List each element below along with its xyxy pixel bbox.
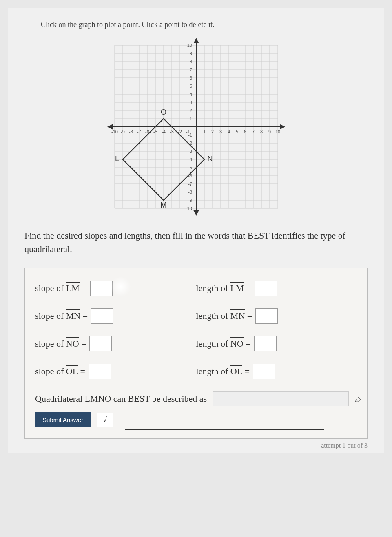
footer-divider [125, 429, 324, 430]
svg-text:-9: -9 [188, 198, 192, 203]
quad-label: Quadrilateral LMNO can BEST be described… [35, 393, 207, 404]
svg-text:-4: -4 [188, 157, 192, 162]
svg-text:4: 4 [189, 92, 192, 97]
graph-container: -10-9-8-7-6-5-4-3-2-1 12345678910 109876… [24, 37, 368, 217]
axes [108, 39, 284, 215]
quad-type-select[interactable]: ◇ [213, 391, 348, 406]
question-text: Find the desired slopes and lengths, the… [24, 229, 368, 256]
svg-text:3: 3 [219, 129, 221, 134]
length-no-label: length of NO = [196, 338, 251, 349]
svg-text:-2: -2 [188, 141, 192, 146]
length-ol-input[interactable] [253, 364, 275, 379]
svg-text:9: 9 [268, 129, 270, 134]
coordinate-graph[interactable]: -10-9-8-7-6-5-4-3-2-1 12345678910 109876… [90, 37, 302, 217]
svg-text:5: 5 [235, 129, 238, 134]
length-lm-input[interactable] [255, 281, 277, 296]
svg-text:-8: -8 [129, 129, 133, 134]
slope-mn-input[interactable] [91, 308, 113, 324]
length-lm-label: length of LM = [196, 283, 251, 294]
vertex-label-n: N [207, 155, 213, 163]
svg-marker-45 [194, 211, 198, 215]
vertex-label-o: O [160, 108, 166, 116]
quadrilateral-type-row: Quadrilateral LMNO can BEST be described… [35, 391, 357, 406]
svg-text:10: 10 [275, 129, 280, 134]
row-ol: slope of OL = length of OL = [35, 364, 357, 379]
slope-lm-label: slope of LM = [35, 283, 87, 294]
slope-ol-input[interactable] [89, 364, 111, 379]
svg-marker-43 [108, 125, 112, 129]
svg-text:7: 7 [252, 129, 254, 134]
slope-ol-label: slope of OL = [35, 366, 85, 377]
slope-mn-label: slope of MN = [35, 311, 88, 321]
svg-text:5: 5 [189, 84, 192, 88]
row-mn: slope of MN = length of MN = [35, 308, 357, 324]
svg-marker-44 [194, 39, 198, 43]
svg-text:8: 8 [189, 59, 192, 64]
svg-text:-6: -6 [145, 129, 149, 134]
svg-marker-42 [280, 125, 284, 129]
length-no-input[interactable] [254, 336, 277, 351]
sqrt-button[interactable]: √ [97, 413, 113, 427]
svg-text:-3: -3 [188, 149, 192, 154]
svg-text:8: 8 [260, 129, 262, 134]
length-mn-input[interactable] [255, 308, 278, 324]
row-no: slope of NO = length of NO = [35, 336, 357, 351]
svg-text:2: 2 [211, 129, 213, 134]
svg-text:-7: -7 [137, 129, 141, 134]
sqrt-icon: √ [103, 415, 107, 424]
row-lm: slope of LM = length of LM = [35, 281, 357, 296]
slope-no-label: slope of NO = [35, 338, 86, 349]
svg-text:-9: -9 [121, 129, 125, 134]
svg-text:-8: -8 [188, 190, 192, 194]
select-chevron-icon: ◇ [356, 395, 361, 403]
slope-lm-input[interactable] [90, 281, 113, 296]
length-ol-label: length of OL = [196, 366, 250, 377]
svg-text:-5: -5 [188, 165, 192, 170]
svg-text:-2: -2 [178, 129, 182, 134]
svg-text:-5: -5 [153, 129, 157, 134]
svg-text:-1: -1 [188, 133, 192, 137]
answer-panel: slope of LM = length of LM = slope of MN… [24, 268, 368, 439]
vertex-label-m: M [160, 201, 166, 209]
svg-text:6: 6 [189, 75, 192, 80]
svg-text:6: 6 [244, 129, 246, 134]
svg-text:-7: -7 [188, 181, 192, 186]
length-mn-label: length of MN = [196, 311, 252, 321]
svg-text:2: 2 [189, 108, 192, 113]
graph-instruction: Click on the graph to plot a point. Clic… [24, 20, 368, 29]
attempt-counter: attempt 1 out of 3 [24, 442, 368, 449]
svg-text:-6: -6 [188, 173, 192, 178]
svg-text:-10: -10 [111, 129, 118, 134]
svg-text:1: 1 [203, 129, 205, 134]
submit-answer-button[interactable]: Submit Answer [35, 412, 91, 427]
svg-text:4: 4 [227, 129, 230, 134]
svg-text:-4: -4 [162, 129, 166, 134]
svg-text:9: 9 [189, 51, 192, 56]
vertex-label-l: L [115, 155, 119, 163]
svg-text:-10: -10 [186, 206, 192, 211]
svg-text:10: 10 [187, 43, 192, 48]
svg-text:3: 3 [189, 100, 192, 105]
svg-text:1: 1 [189, 116, 192, 121]
worksheet-page: Click on the graph to plot a point. Clic… [8, 8, 384, 453]
slope-no-input[interactable] [89, 336, 112, 351]
svg-text:7: 7 [189, 67, 192, 72]
svg-text:-3: -3 [170, 129, 174, 134]
